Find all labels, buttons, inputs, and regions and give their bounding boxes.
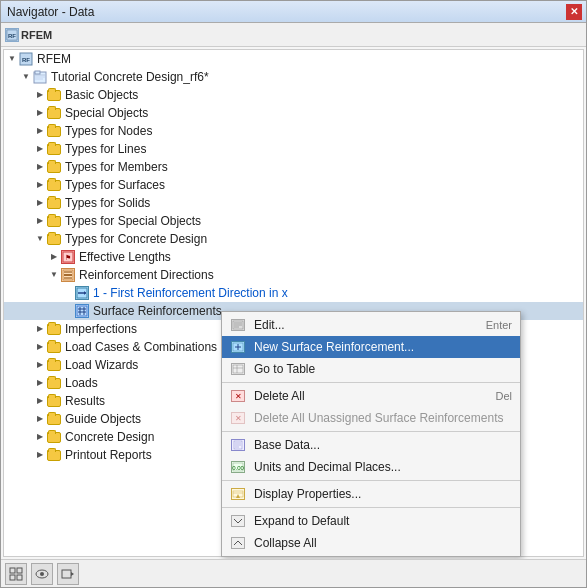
label-load-cases: Load Cases & Combinations	[65, 338, 217, 356]
expand-types-members[interactable]	[34, 161, 46, 173]
expand-printout-reports[interactable]	[34, 449, 46, 461]
bottom-btn-video[interactable]	[57, 563, 79, 585]
svg-rect-18	[77, 306, 87, 316]
ctx-new-surface-reinf-icon	[230, 339, 246, 355]
label-concrete-design: Concrete Design	[65, 428, 154, 446]
tree-item-types-solids[interactable]: Types for Solids	[4, 194, 583, 212]
label-surface-reinforcements: Surface Reinforcements	[93, 302, 222, 320]
bottom-btn-grid[interactable]	[5, 563, 27, 585]
tree-item-reinf-directions[interactable]: Reinforcement Directions	[4, 266, 583, 284]
tree-item-types-nodes[interactable]: Types for Nodes	[4, 122, 583, 140]
tree-item-types-surfaces[interactable]: Types for Surfaces	[4, 176, 583, 194]
tree-project[interactable]: Tutorial Concrete Design_rf6*	[4, 68, 583, 86]
ctx-delete-unassigned-icon: ✕	[230, 410, 246, 426]
expand-reinf-directions[interactable]	[48, 269, 60, 281]
ctx-delete-all[interactable]: ✕ Delete All Del	[222, 385, 520, 407]
ctx-expand-default-icon	[230, 513, 246, 529]
expand-special-objects[interactable]	[34, 107, 46, 119]
ctx-base-data-label: Base Data...	[254, 438, 504, 452]
folder-special-objects	[46, 105, 62, 121]
ctx-go-to-table[interactable]: Go to Table	[222, 358, 520, 380]
folder-guide-objects	[46, 411, 62, 427]
ctx-sep3	[222, 480, 520, 481]
project-label: Tutorial Concrete Design_rf6*	[51, 68, 209, 86]
navigator-window: Navigator - Data ✕ RF RFEM RF	[0, 0, 587, 588]
ctx-collapse-all-icon	[230, 535, 246, 551]
expand-types-special-objects[interactable]	[34, 215, 46, 227]
icon-reinf-directions	[60, 267, 76, 283]
rfem-icon: RF	[5, 28, 19, 42]
rfem-tree-icon: RF	[18, 51, 34, 67]
label-imperfections: Imperfections	[65, 320, 137, 338]
tree-root-rfem[interactable]: RF RFEM	[4, 50, 583, 68]
label-results: Results	[65, 392, 105, 410]
tree-item-types-special-objects[interactable]: Types for Special Objects	[4, 212, 583, 230]
label-types-nodes: Types for Nodes	[65, 122, 152, 140]
expand-results[interactable]	[34, 395, 46, 407]
ctx-sep4	[222, 507, 520, 508]
expand-types-solids[interactable]	[34, 197, 46, 209]
tree-item-first-reinf-direction[interactable]: 1 - First Reinforcement Direction in x	[4, 284, 583, 302]
expand-loads[interactable]	[34, 377, 46, 389]
folder-types-lines	[46, 141, 62, 157]
ctx-base-data-icon	[230, 437, 246, 453]
ctx-delete-all-label: Delete All	[254, 389, 487, 403]
window-title: Navigator - Data	[7, 5, 94, 19]
tree-item-types-members[interactable]: Types for Members	[4, 158, 583, 176]
folder-concrete-design	[46, 429, 62, 445]
ctx-units[interactable]: 0.00 Units and Decimal Places...	[222, 456, 520, 478]
svg-text:⚑: ⚑	[65, 254, 71, 261]
tree-item-effective-lengths[interactable]: ⚑ Effective Lengths	[4, 248, 583, 266]
context-menu: Edit... Enter New Surface Reinforcement.…	[221, 311, 521, 557]
folder-basic-objects	[46, 87, 62, 103]
expand-guide-objects[interactable]	[34, 413, 46, 425]
expand-basic-objects[interactable]	[34, 89, 46, 101]
svg-rect-48	[62, 570, 71, 578]
label-effective-lengths: Effective Lengths	[79, 248, 171, 266]
ctx-display-props-icon	[230, 486, 246, 502]
tree-item-types-lines[interactable]: Types for Lines	[4, 140, 583, 158]
tree-item-basic-objects[interactable]: Basic Objects	[4, 86, 583, 104]
svg-rect-44	[10, 575, 15, 580]
ctx-edit-label: Edit...	[254, 318, 478, 332]
expand-load-wizards[interactable]	[34, 359, 46, 371]
ctx-units-icon: 0.00	[230, 459, 246, 475]
ctx-expand-default[interactable]: Expand to Default	[222, 510, 520, 532]
expand-project[interactable]	[20, 71, 32, 83]
close-button[interactable]: ✕	[566, 4, 582, 20]
expand-types-concrete[interactable]	[34, 233, 46, 245]
icon-effective-lengths: ⚑	[60, 249, 76, 265]
tree-item-types-concrete[interactable]: Types for Concrete Design	[4, 230, 583, 248]
label-reinf-directions: Reinforcement Directions	[79, 266, 214, 284]
ctx-edit[interactable]: Edit... Enter	[222, 314, 520, 336]
main-area: RF RFEM Tutorial Concrete De	[1, 47, 586, 559]
ctx-delete-all-icon: ✕	[230, 388, 246, 404]
svg-text:RF: RF	[22, 57, 30, 63]
ctx-display-props[interactable]: Display Properties...	[222, 483, 520, 505]
ctx-base-data[interactable]: Base Data...	[222, 434, 520, 456]
label-basic-objects: Basic Objects	[65, 86, 138, 104]
bottom-btn-eye[interactable]	[31, 563, 53, 585]
ctx-collapse-all[interactable]: Collapse All	[222, 532, 520, 554]
expand-concrete-design[interactable]	[34, 431, 46, 443]
expand-rfem[interactable]	[6, 53, 18, 65]
ctx-delete-all-shortcut: Del	[495, 390, 512, 402]
ctx-new-surface-reinf[interactable]: New Surface Reinforcement...	[222, 336, 520, 358]
bottom-toolbar	[1, 559, 586, 587]
label-load-wizards: Load Wizards	[65, 356, 138, 374]
folder-imperfections	[46, 321, 62, 337]
expand-types-nodes[interactable]	[34, 125, 46, 137]
expand-types-surfaces[interactable]	[34, 179, 46, 191]
expand-effective-lengths[interactable]	[48, 251, 60, 263]
ctx-units-label: Units and Decimal Places...	[254, 460, 504, 474]
rfem-label: RFEM	[37, 50, 71, 68]
expand-load-cases[interactable]	[34, 341, 46, 353]
expand-types-lines[interactable]	[34, 143, 46, 155]
label-special-objects: Special Objects	[65, 104, 148, 122]
expand-imperfections[interactable]	[34, 323, 46, 335]
ctx-collapse-all-label: Collapse All	[254, 536, 504, 550]
label-guide-objects: Guide Objects	[65, 410, 141, 428]
folder-loads	[46, 375, 62, 391]
ctx-expand-default-label: Expand to Default	[254, 514, 504, 528]
tree-item-special-objects[interactable]: Special Objects	[4, 104, 583, 122]
